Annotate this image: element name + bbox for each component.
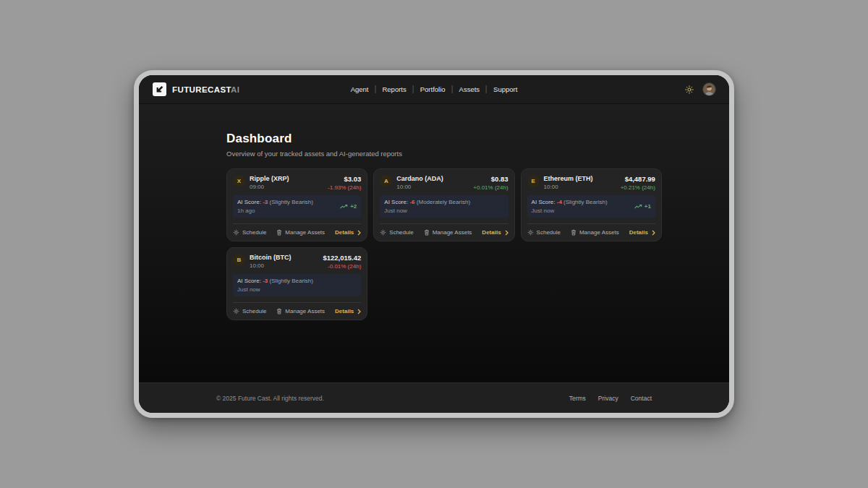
asset-time: 10:00	[396, 184, 443, 190]
asset-price: $4,487.99	[621, 175, 655, 183]
asset-letter-icon: B	[233, 254, 245, 266]
nav-separator	[486, 85, 487, 93]
asset-change: +0.21% (24h)	[621, 184, 655, 191]
ai-score-label: AI Score:	[532, 199, 556, 205]
asset-name: Ethereum (ETH)	[544, 175, 593, 182]
footer-link-contact[interactable]: Contact	[631, 395, 652, 402]
trend-up-icon	[340, 204, 348, 210]
ai-updated: Just now	[532, 207, 608, 215]
asset-time: 10:00	[250, 262, 292, 269]
schedule-button[interactable]: Schedule	[527, 229, 561, 236]
ai-score-panel: AI Score: -6 (Moderately Bearish) Just n…	[380, 195, 508, 218]
ai-score-value: -6	[409, 199, 414, 205]
trend-badge: +1	[634, 203, 651, 210]
details-button[interactable]: Details	[335, 308, 361, 314]
nav-item-agent[interactable]: Agent	[351, 85, 369, 93]
ai-sentiment: (Slightly Bearish)	[563, 199, 607, 205]
divider	[527, 223, 655, 224]
asset-name: Bitcoin (BTC)	[250, 254, 292, 261]
chevron-right-icon	[357, 309, 361, 314]
gear-icon	[233, 308, 239, 314]
asset-letter-icon: A	[380, 175, 392, 187]
nav-item-assets[interactable]: Assets	[459, 85, 480, 93]
asset-letter-icon: X	[233, 175, 245, 187]
ai-score-panel: AI Score: -3 (Slightly Bearish) 1h ago +…	[233, 195, 361, 218]
asset-name: Cardano (ADA)	[396, 175, 443, 182]
main-nav: Agent Reports Portfolio Assets Support	[351, 75, 518, 103]
nav-separator	[452, 85, 453, 93]
ai-sentiment: (Moderately Bearish)	[417, 199, 470, 205]
gear-icon	[233, 229, 239, 236]
manage-assets-button[interactable]: Manage Assets	[424, 229, 472, 236]
page-subtitle: Overview of your tracked assets and AI-g…	[226, 150, 642, 158]
asset-card-ethereum: E Ethereum (ETH) 10:00 $4,487.99 +0.21% …	[521, 168, 662, 241]
asset-price: $0.83	[473, 175, 508, 183]
app-window: FUTURECASTAI Agent Reports Portfolio Ass…	[134, 70, 734, 418]
copyright-text: © 2025 Future Cast. All rights reserved.	[216, 395, 324, 402]
asset-card-ripple: X Ripple (XRP) 09:00 $3.03 -1.93% (24h) …	[226, 168, 367, 241]
main-area: Dashboard Overview of your tracked asset…	[139, 104, 729, 382]
trash-icon	[424, 229, 430, 236]
asset-price: $3.03	[328, 175, 361, 183]
trash-icon	[276, 229, 282, 236]
asset-change: +0.01% (24h)	[473, 184, 508, 191]
asset-card-bitcoin: B Bitcoin (BTC) 10:00 $122,015.42 -0.01%…	[226, 247, 367, 320]
details-button[interactable]: Details	[629, 229, 655, 236]
footer-link-terms[interactable]: Terms	[569, 395, 586, 402]
nav-item-support[interactable]: Support	[493, 85, 517, 93]
nav-item-portfolio[interactable]: Portfolio	[420, 85, 446, 93]
topbar-right	[684, 83, 715, 95]
asset-name: Ripple (XRP)	[250, 175, 289, 182]
brand-name: FUTURECASTAI	[172, 85, 239, 94]
trend-up-icon	[634, 204, 642, 210]
asset-cards-grid: X Ripple (XRP) 09:00 $3.03 -1.93% (24h) …	[226, 168, 642, 320]
asset-card-cardano: A Cardano (ADA) 10:00 $0.83 +0.01% (24h)…	[373, 168, 514, 241]
schedule-button[interactable]: Schedule	[380, 229, 413, 236]
sun-icon[interactable]	[684, 84, 695, 95]
details-button[interactable]: Details	[335, 229, 361, 236]
divider	[233, 223, 361, 224]
ai-updated: 1h ago	[237, 207, 313, 215]
trash-icon	[276, 308, 282, 314]
ai-score-label: AI Score:	[237, 278, 261, 284]
ai-updated: Just now	[384, 207, 470, 215]
user-avatar[interactable]	[703, 83, 715, 95]
ai-score-label: AI Score:	[237, 199, 261, 205]
manage-assets-button[interactable]: Manage Assets	[276, 308, 325, 314]
divider	[380, 223, 508, 224]
manage-assets-button[interactable]: Manage Assets	[276, 229, 325, 236]
footer-link-privacy[interactable]: Privacy	[598, 395, 618, 402]
asset-change: -1.93% (24h)	[328, 184, 361, 191]
top-bar: FUTURECASTAI Agent Reports Portfolio Ass…	[139, 75, 729, 104]
schedule-button[interactable]: Schedule	[233, 229, 266, 236]
nav-item-reports[interactable]: Reports	[382, 85, 406, 93]
ai-score-value: -3	[263, 278, 268, 284]
chevron-right-icon	[505, 230, 509, 236]
chevron-right-icon	[652, 230, 655, 236]
app-footer: © 2025 Future Cast. All rights reserved.…	[139, 382, 729, 413]
page-title: Dashboard	[226, 132, 642, 146]
trend-badge: +2	[340, 203, 357, 210]
ai-score-value: -4	[557, 199, 562, 205]
nav-separator	[413, 85, 414, 93]
trash-icon	[571, 229, 576, 236]
asset-time: 09:00	[250, 184, 289, 190]
ai-updated: Just now	[237, 286, 313, 294]
details-button[interactable]: Details	[482, 229, 508, 236]
brand-logo-icon	[153, 82, 166, 96]
gear-icon	[380, 229, 386, 236]
divider	[233, 302, 361, 303]
chevron-right-icon	[357, 230, 361, 236]
ai-score-value: -3	[263, 199, 268, 205]
ai-sentiment: (Slightly Bearish)	[270, 278, 313, 284]
asset-price: $122,015.42	[323, 254, 361, 262]
asset-change: -0.01% (24h)	[323, 263, 361, 270]
manage-assets-button[interactable]: Manage Assets	[571, 229, 619, 236]
ai-score-panel: AI Score: -3 (Slightly Bearish) Just now	[233, 274, 361, 296]
ai-sentiment: (Slightly Bearish)	[270, 199, 313, 205]
asset-time: 10:00	[544, 184, 593, 190]
ai-score-label: AI Score:	[384, 199, 408, 205]
nav-separator	[375, 85, 375, 93]
schedule-button[interactable]: Schedule	[233, 308, 266, 314]
brand[interactable]: FUTURECASTAI	[153, 82, 239, 96]
